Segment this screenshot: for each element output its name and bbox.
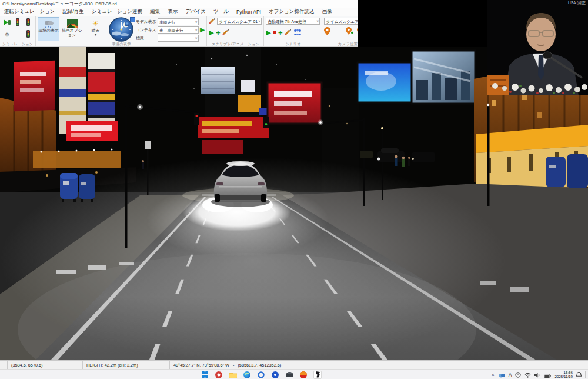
scenario-participants-icon[interactable] — [293, 27, 302, 38]
model-display-select[interactable]: 車両走行 ∨ — [158, 18, 199, 25]
script-select[interactable]: タイムズスクエア-01 ∨ — [217, 18, 262, 25]
scenario-select[interactable]: 自動運転 7th Ave走行 ∨ — [266, 18, 320, 25]
speaker-icon[interactable] — [534, 370, 540, 379]
menu-item-python-api[interactable]: Python API — [236, 9, 261, 15]
stop-scenario-icon[interactable]: ■ — [273, 29, 276, 35]
traffic-signal-icon[interactable] — [15, 18, 20, 28]
sun-icon: ☀ — [92, 18, 99, 28]
weather-clear-label: 晴天 — [92, 28, 100, 33]
menu-item-device[interactable]: デバイス — [185, 8, 206, 15]
application-window: C:\Users\yoann\Desktop\ニューヨーク-030_P6R-35… — [0, 0, 588, 379]
file-explorer-icon[interactable] — [229, 371, 237, 379]
menu-item-option-load[interactable]: オプション操作読込 — [269, 8, 315, 15]
height-readout: HEIGHT: 42.2m (dH: 2.2m) — [83, 361, 170, 369]
ribbon-group-scenario: 自動運転 7th Ave走行 ∨ ▶ ■ + シナリオ — [264, 16, 322, 46]
mailbox-left-2 — [79, 174, 95, 199]
ribbon-group-simulation: ⚙ シミュレーション — [0, 16, 36, 46]
add-scenario-icon[interactable]: + — [278, 29, 283, 36]
ribbon-group-script: タイムズスクエア-01 ∨ ▶ + スクリプト/アニメーション — [207, 16, 264, 46]
environment-checkbox[interactable] — [130, 17, 135, 22]
window-title: C:\Users\yoann\Desktop\ニューヨーク-030_P6R-35… — [2, 1, 117, 6]
taskbar-app-road-icon[interactable] — [299, 371, 308, 379]
battery-icon[interactable] — [544, 370, 551, 379]
render-option-button[interactable]: 描画オプション — [61, 17, 83, 41]
taskbar-app-ring-icon[interactable] — [257, 371, 265, 379]
group-label-environment: 環境の表示 — [36, 41, 206, 46]
play-script-icon[interactable]: ▶ — [209, 29, 213, 36]
camera-pin-icon[interactable] — [324, 27, 330, 38]
weather-caret-icon: ▾ — [95, 33, 96, 36]
latlon-readout: 40°45'27.7" N, 73°59'08.6" W — [173, 363, 229, 368]
chevron-down-icon: ∨ — [195, 27, 198, 34]
taskbar-app-active-icon[interactable] — [313, 371, 322, 379]
traffic-signal-3-icon[interactable] — [26, 29, 31, 40]
tray-clock-app-icon[interactable] — [515, 370, 521, 379]
context-select[interactable]: 夜 車両走行 ∨ — [158, 26, 199, 34]
chevron-down-icon: ∨ — [195, 19, 198, 25]
start-button[interactable] — [201, 371, 209, 379]
edge-browser-icon[interactable] — [243, 371, 251, 379]
notification-bell-icon[interactable] — [576, 370, 582, 379]
add-camera-pin-icon[interactable] — [346, 27, 353, 38]
play-scenario-icon[interactable]: ▶ — [266, 29, 270, 36]
group-label-simulation: シミュレーション — [0, 41, 35, 46]
onedrive-icon[interactable] — [498, 370, 505, 379]
taskbar-app-icons — [201, 370, 322, 379]
billboard-red-center — [198, 117, 269, 138]
context-play-icon[interactable]: ▶ — [200, 26, 205, 33]
model-coordinates: (3584.6, 6570.6) — [8, 361, 83, 369]
edit-scenario-pencil-icon[interactable] — [285, 27, 291, 38]
edit-script-pencil-2-icon[interactable] — [222, 27, 229, 38]
render-option-label: 描画オプション — [62, 28, 82, 37]
edit-script-pencil-icon[interactable] — [209, 16, 215, 26]
model-display-row: モデル表示 車両走行 ∨ — [136, 18, 205, 25]
wifi-icon[interactable] — [524, 370, 531, 379]
billboard-red-left — [14, 61, 55, 111]
group-label-script: スクリプト/アニメーション — [207, 41, 263, 46]
add-script-icon[interactable]: + — [216, 29, 220, 36]
ribbon-group-environment: 環境の表示 描画オプション ☀ 晴天 ▾ — [36, 16, 207, 46]
billboard-bright-red — [66, 121, 118, 141]
taskbar-app-recorder-icon[interactable] — [215, 371, 223, 379]
menu-item-simulation-link[interactable]: シミュレーション連携 — [92, 8, 142, 15]
menu-item-driving-simulation[interactable]: 運転シミュレーション — [4, 8, 55, 15]
chevron-down-icon: ∨ — [316, 18, 319, 25]
environment-settings-rows: モデル表示 車両走行 ∨ コンテキスト 夜 車両走行 ∨ ▶ 標識 — [136, 17, 205, 42]
model-display-label: モデル表示 — [136, 19, 156, 25]
statusbar-spacer — [0, 361, 8, 369]
rain-cloud-icon — [44, 18, 54, 28]
show-desktop-divider[interactable] — [585, 371, 586, 378]
start-simulation-icon[interactable] — [3, 18, 11, 28]
ime-indicator[interactable]: A — [509, 372, 512, 378]
presenter-video-overlay — [487, 0, 588, 95]
sign-select[interactable]: ∨ — [158, 35, 199, 42]
chevron-down-icon: ∨ — [258, 18, 260, 25]
traffic-signal-2-icon[interactable] — [26, 18, 31, 28]
context-row: コンテキスト 夜 車両走行 ∨ ▶ — [136, 26, 205, 34]
taskbar-app-blue-icon[interactable] — [271, 371, 279, 379]
status-bar: (3584.6, 6570.6) HEIGHT: 42.2m (dH: 2.2m… — [0, 360, 588, 369]
time-of-day-clock[interactable] — [108, 17, 134, 42]
utm-readout: (585613.7, 4512352.6) — [238, 363, 281, 368]
menu-item-edit[interactable]: 編集 — [150, 8, 160, 15]
clock-datetime[interactable]: 15:56 2025/11/19 — [554, 371, 573, 378]
menu-item-image[interactable]: 画像 — [322, 8, 332, 15]
region-caption: USA (経正 — [568, 1, 586, 6]
menu-item-record-playback[interactable]: 記録/再生 — [62, 8, 83, 15]
context-label: コンテキスト — [136, 27, 156, 33]
menu-item-view[interactable]: 表示 — [168, 8, 178, 15]
simulation-settings-gear-icon[interactable]: ⚙ — [5, 32, 9, 38]
clock-date: 2025/11/19 — [554, 375, 573, 379]
menu-item-tools[interactable]: ツール — [213, 8, 229, 15]
taskbar-app-simulator-icon[interactable] — [285, 371, 293, 379]
group-label-scenario: シナリオ — [264, 41, 322, 46]
environment-display-button[interactable]: 環境の表示 — [38, 17, 59, 41]
sign-label: 標識 — [136, 35, 156, 41]
windows-taskbar: ∧ A 15:56 2025/11/19 — [0, 369, 588, 379]
tray-overflow-chevron-icon[interactable]: ∧ — [492, 373, 495, 377]
environment-display-label: 環境の表示 — [38, 28, 58, 33]
billboard-screen-center — [201, 67, 235, 94]
weather-clear-button[interactable]: ☀ 晴天 ▾ — [85, 17, 106, 41]
mailbox-right-1 — [546, 157, 566, 187]
coord-separator: - — [233, 363, 234, 368]
